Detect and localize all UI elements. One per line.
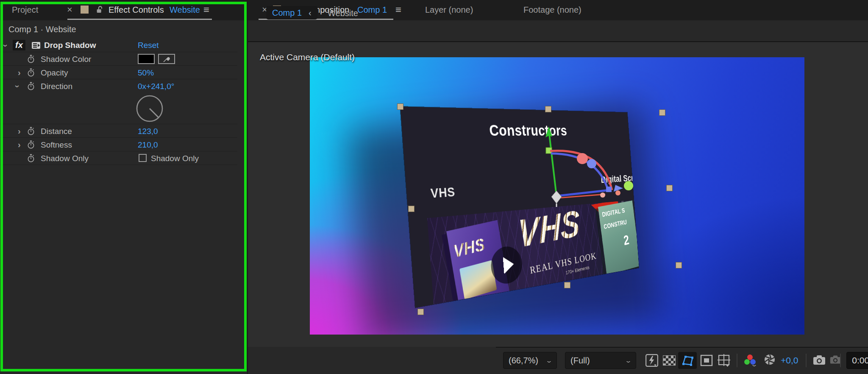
direction-dial[interactable] [135, 94, 164, 123]
toolbar-separator [840, 354, 841, 367]
direction-row: › Direction 0x+241,0° [0, 80, 237, 93]
effect-icon [31, 41, 41, 50]
comp-navigator[interactable]: Comp 1 ‹ [266, 6, 317, 20]
shadow-only-checkbox-label: Shadow Only [151, 154, 199, 163]
shadow-color-row: Shadow Color [0, 53, 237, 66]
panel-menu-icon[interactable]: ≡ [203, 4, 209, 16]
shadow-only-row: Shadow Only Shadow Only [0, 152, 237, 165]
digital-box-number: 2 [623, 230, 638, 248]
shadow-only-label: Shadow Only [41, 154, 89, 163]
distance-label: Distance [41, 127, 72, 136]
left-panel-tabbar: Project × Effect Controls Website ≡ [0, 0, 247, 20]
chevron-down-icon: ⌄ [751, 361, 758, 368]
region-of-interest-icon[interactable] [700, 354, 713, 366]
handle-top-left[interactable] [397, 103, 403, 110]
layer-vhs-text: VHS [430, 185, 456, 201]
comp-navigator-layer[interactable]: Website [328, 8, 358, 18]
stopwatch-icon[interactable] [27, 55, 35, 63]
tab-composition-target[interactable]: Comp 1 [357, 5, 387, 15]
snapshot-camera-icon[interactable] [813, 355, 826, 365]
resolution-value: (Full) [570, 356, 590, 366]
transparency-grid-icon[interactable] [663, 355, 676, 366]
effect-collapse-chevron-icon[interactable]: › [1, 44, 11, 47]
toolbar-separator [737, 354, 737, 367]
opacity-label: Opacity [41, 68, 68, 78]
handle-bottom-center[interactable] [564, 282, 570, 288]
stopwatch-icon[interactable] [27, 154, 35, 162]
banner-image: CH VHS VHS -51% REAL VHS LOOK 170+ Eleme… [427, 200, 639, 304]
unlock-icon[interactable] [96, 6, 104, 14]
softness-label: Softness [41, 140, 72, 150]
toolbar-separator [806, 354, 807, 367]
stopwatch-icon[interactable] [27, 140, 35, 149]
viewer-toolbar: (66,7%) ⌄ (Full) ⌄ ⌄ +0,0 0:00:07:14 [496, 347, 868, 374]
stopwatch-icon[interactable] [27, 68, 35, 77]
softness-expand-chevron-icon[interactable]: › [18, 140, 21, 150]
direction-collapse-chevron-icon[interactable]: › [13, 85, 22, 88]
tab-effect-controls[interactable]: Effect Controls [108, 5, 164, 15]
exposure-value[interactable]: +0,0 [781, 355, 798, 366]
handle-bottom-left[interactable] [417, 309, 424, 315]
fast-previews-icon[interactable] [645, 354, 659, 367]
tab-project[interactable]: Project [12, 5, 38, 15]
handle-top-center[interactable] [545, 106, 551, 112]
comp-navigator-chevron-icon: ‹ [309, 8, 312, 18]
reset-link[interactable]: Reset [138, 41, 159, 50]
tab-footage[interactable]: Footage (none) [523, 5, 581, 15]
chevron-down-icon: ⌄ [625, 357, 632, 364]
viewer-divider [248, 41, 868, 42]
digital-product-box: DIGITAL S CONSTRU 2 [598, 201, 639, 275]
shadow-color-chip[interactable] [138, 54, 155, 64]
composition-viewer[interactable]: Active Camera (Default) Constructors VHS… [248, 42, 868, 347]
stopwatch-icon[interactable] [27, 127, 35, 135]
active-tab-underline [67, 19, 212, 20]
show-snapshot-icon[interactable] [830, 355, 841, 364]
fx-badge[interactable]: fx [13, 40, 25, 50]
mask-visibility-toggle[interactable] [678, 352, 697, 369]
panel-menu-icon[interactable]: ≡ [395, 4, 401, 16]
play-icon [503, 256, 515, 274]
effect-name: Drop Shadow [44, 41, 96, 50]
resolution-dropdown[interactable]: (Full) ⌄ [565, 352, 636, 369]
shadow-only-checkbox[interactable] [139, 154, 147, 162]
composition-canvas[interactable]: Constructors VHS Digital Scre CH VHS VHS… [310, 57, 804, 335]
active-camera-label: Active Camera (Default) [260, 52, 355, 62]
eyedropper-button[interactable] [158, 54, 175, 64]
direction-dial-area [0, 93, 237, 124]
stopwatch-icon[interactable] [27, 82, 35, 90]
tab-effect-controls-target[interactable]: Website [170, 5, 200, 15]
magnification-value: (66,7%) [509, 356, 538, 366]
vhs-box-label: VHS [452, 234, 486, 262]
handle-top-right[interactable] [659, 109, 665, 116]
opacity-row: › Opacity 50% [0, 66, 237, 79]
effect-controls-panel: Project × Effect Controls Website ≡ Comp… [0, 0, 247, 374]
direction-value[interactable]: 0x+241,0° [138, 82, 174, 91]
opacity-value[interactable]: 50% [138, 68, 154, 78]
effect-controls-breadcrumb: Comp 1 · Website [8, 25, 76, 34]
tab-layer[interactable]: Layer (none) [425, 5, 473, 15]
distance-value[interactable]: 123,0 [138, 127, 158, 136]
magnification-dropdown[interactable]: (66,7%) ⌄ [503, 352, 557, 369]
channel-select-icon[interactable]: ⌄ [743, 354, 758, 367]
vhs-big-text: VHS [517, 202, 580, 257]
eyedropper-icon [162, 55, 171, 63]
handle-left-center[interactable] [408, 206, 415, 212]
softness-row: › Softness 210,0 [0, 138, 237, 151]
handle-right-center[interactable] [666, 185, 673, 191]
3d-rotation-gizmo[interactable] [538, 123, 640, 208]
opacity-expand-chevron-icon[interactable]: › [18, 68, 21, 78]
mask-outline-icon [680, 354, 695, 367]
comp-navigator-current[interactable]: Comp 1 [272, 8, 302, 18]
exposure-icon[interactable] [764, 354, 776, 366]
direction-label: Direction [41, 82, 72, 91]
softness-value[interactable]: 210,0 [138, 140, 158, 150]
distance-row: › Distance 123,0 [0, 125, 237, 138]
panel-color-swatch[interactable] [81, 6, 89, 14]
chevron-down-icon: ⌄ [545, 357, 553, 364]
timecode-display[interactable]: 0:00:07:14 [846, 352, 868, 369]
project-tab-close-icon[interactable]: × [67, 4, 72, 15]
grid-guides-icon[interactable] [718, 354, 731, 367]
distance-expand-chevron-icon[interactable]: › [18, 126, 21, 136]
effect-header-row[interactable]: › fx Drop Shadow Reset [0, 39, 237, 52]
handle-bottom-right[interactable] [676, 262, 682, 268]
